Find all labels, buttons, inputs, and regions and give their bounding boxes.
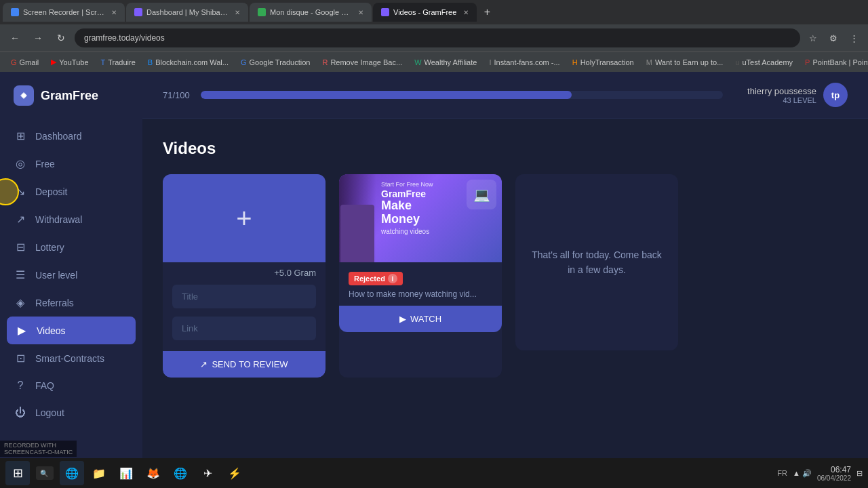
tab-close-3[interactable]: ✕ (358, 9, 363, 16)
taskbar-search[interactable]: 🔍 (33, 461, 57, 485)
url-text: gramfree.today/videos (84, 33, 165, 43)
sidebar-item-referrals[interactable]: ◈ Referrals (0, 289, 142, 317)
sidebar-item-label: Lottery (35, 242, 64, 253)
taskbar-telegram[interactable]: ✈ (195, 461, 220, 485)
sidebar: GramFree ⊞ Dashboard ◎ Free ↘ Deposit ↗ … (0, 72, 142, 458)
bookmark-label: Want to Earn up to... (655, 58, 723, 66)
title-input[interactable] (172, 285, 316, 308)
tab-bar: Screen Recorder | Screencast-O... ✕ Dash… (0, 0, 868, 24)
taskbar-excel[interactable]: 📊 (114, 461, 138, 485)
main-content: 71/100 thierry poussesse 43 LEVEL tp Vid… (142, 72, 868, 458)
taskbar-start[interactable]: ⊞ (5, 461, 30, 485)
sidebar-item-withdrawal[interactable]: ↗ Withdrawal (0, 205, 142, 233)
bookmark-pointbank[interactable]: P PointBank | PointClub (800, 56, 868, 68)
bookmark-label: HolyTransaction (580, 58, 634, 66)
watch-button[interactable]: ▶ WATCH (339, 306, 502, 332)
reward-value: +5.0 Gram (274, 268, 316, 278)
watch-icon: ▶ (399, 314, 406, 324)
gmail-favicon: G (11, 58, 17, 66)
withdrawal-icon: ↗ (14, 213, 27, 226)
tab-label-4: Videos - GramFree (393, 8, 456, 16)
top-bar: 71/100 thierry poussesse 43 LEVEL tp (142, 72, 868, 119)
notification-area: ⊟ (856, 469, 863, 478)
video-info: Rejected i How to make money watching vi… (339, 262, 502, 306)
send-to-review-button[interactable]: ↗ SEND TO REVIEW (163, 351, 326, 378)
search-bar[interactable]: 🔍 (36, 466, 54, 480)
bookmark-utest[interactable]: u uTest Academy (730, 56, 798, 68)
person-silhouette (340, 205, 374, 262)
sidebar-item-free[interactable]: ◎ Free (0, 150, 142, 178)
back-button[interactable]: ← (5, 28, 24, 47)
page-content: Videos + +5.0 Gram ↗ SEND TO REVIEW (142, 119, 868, 458)
tab-favicon-2 (134, 8, 142, 16)
extensions-icon[interactable]: ⚙ (825, 29, 842, 47)
tab-4[interactable]: Videos - GramFree ✕ (373, 3, 477, 22)
bookmark-want[interactable]: M Want to Earn up to... (641, 56, 729, 68)
sidebar-logo: GramFree (0, 72, 142, 117)
bookmark-label: uTest Academy (742, 58, 793, 66)
send-btn-label: SEND TO REVIEW (212, 359, 288, 369)
sidebar-item-faq[interactable]: ? FAQ (0, 372, 142, 399)
date: 06/04/2022 (817, 474, 851, 482)
sidebar-item-dashboard[interactable]: ⊞ Dashboard (0, 122, 142, 150)
sidebar-item-smart-contracts[interactable]: ⊡ Smart-Contracts (0, 344, 142, 372)
bookmarks-bar: G Gmail ▶ YouTube T Traduire B Blockchai… (0, 52, 868, 72)
time: 06:47 (817, 465, 851, 474)
bookmark-youtube[interactable]: ▶ YouTube (45, 56, 94, 68)
taskbar-chrome2[interactable]: 🌐 (168, 461, 193, 485)
bookmark-holy[interactable]: H HolyTransaction (567, 56, 639, 68)
empty-message: That's all for today. Come back in a few… (515, 234, 678, 291)
browser-chrome: Screen Recorder | Screencast-O... ✕ Dash… (0, 0, 868, 72)
bookmark-gmail[interactable]: G Gmail (5, 56, 44, 68)
taskbar-firefox[interactable]: 🦊 (141, 461, 165, 485)
bookmark-google-traduction[interactable]: G Google Traduction (235, 56, 315, 68)
bookmark-blockchain[interactable]: B Blockchain.com Wal... (142, 56, 234, 68)
menu-icon[interactable]: ⋮ (845, 29, 863, 47)
we-favicon: M (646, 58, 652, 66)
bookmark-label: Gmail (20, 58, 39, 66)
thumbnail-person (339, 174, 376, 262)
bookmark-wealthy[interactable]: W Wealthy Affiliate (409, 56, 482, 68)
refresh-button[interactable]: ↻ (52, 28, 71, 47)
clock: 06:47 06/04/2022 (817, 465, 851, 482)
tab-favicon-3 (258, 8, 266, 16)
tab-1[interactable]: Screen Recorder | Screencast-O... ✕ (3, 3, 125, 22)
bookmark-traduire[interactable]: T Traduire (96, 56, 141, 68)
tab-close-4[interactable]: ✕ (463, 9, 469, 16)
watch-btn-label: WATCH (410, 314, 441, 324)
taskbar-app[interactable]: ⚡ (222, 461, 247, 485)
url-bar[interactable]: gramfree.today/videos (75, 28, 800, 47)
tab-3[interactable]: Mon disque - Google Disque ✕ (250, 3, 372, 22)
link-input[interactable] (172, 317, 316, 340)
sidebar-item-userlevel[interactable]: ☰ User level (0, 261, 142, 289)
plus-icon: + (236, 203, 252, 234)
new-tab-button[interactable]: + (478, 3, 496, 21)
tab-close-1[interactable]: ✕ (111, 9, 117, 16)
smart-contracts-icon: ⊡ (14, 352, 27, 365)
tab-close-2[interactable]: ✕ (235, 9, 240, 16)
free-icon: ◎ (14, 157, 27, 170)
videos-grid: + +5.0 Gram ↗ SEND TO REVIEW (163, 174, 848, 378)
rejected-info-icon: i (388, 274, 397, 283)
taskbar-right: FR ▲ 🔊 06:47 06/04/2022 ⊟ (777, 465, 863, 482)
forward-button[interactable]: → (28, 28, 47, 47)
sidebar-item-videos[interactable]: ▶ Videos (7, 317, 136, 344)
sidebar-item-deposit[interactable]: ↘ Deposit (0, 178, 142, 205)
taskbar-files[interactable]: 📁 (87, 461, 111, 485)
sidebar-item-lottery[interactable]: ⊟ Lottery (0, 233, 142, 261)
user-name: thierry poussesse (747, 86, 816, 96)
tab-2[interactable]: Dashboard | My Shiba Inu Free!! ✕ (126, 3, 248, 22)
bookmark-instant[interactable]: I Instant-fans.com -... (484, 56, 565, 68)
bookmark-label: PointBank | PointClub (812, 58, 868, 66)
progress-bar-container (201, 91, 723, 99)
tab-label-1: Screen Recorder | Screencast-O... (23, 8, 104, 16)
bookmark-remove-image[interactable]: R Remove Image Bac... (317, 56, 408, 68)
bookmark-label: Remove Image Bac... (330, 58, 402, 66)
taskbar-chrome[interactable]: 🌐 (60, 461, 84, 485)
upload-area[interactable]: + (163, 174, 326, 262)
lottery-icon: ⊟ (14, 241, 27, 253)
sidebar-item-logout[interactable]: ⏻ Logout (0, 399, 142, 426)
bookmark-icon[interactable]: ☆ (804, 29, 822, 47)
ht-favicon: H (572, 58, 578, 66)
watching-label: watching videos (381, 228, 495, 235)
